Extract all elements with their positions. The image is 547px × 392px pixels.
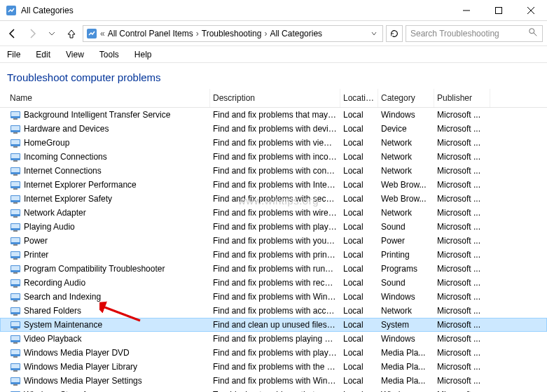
- col-description[interactable]: Description: [210, 89, 340, 107]
- list-item[interactable]: Hardware and DevicesFind and fix problem…: [0, 122, 547, 136]
- breadcrumb-segment[interactable]: All Control Panel Items: [108, 29, 193, 38]
- recent-dropdown[interactable]: [43, 25, 60, 42]
- list-item[interactable]: Internet Explorer SafetyFind and fix pro…: [0, 192, 547, 206]
- svg-rect-61: [13, 356, 18, 358]
- list-item[interactable]: Background Intelligent Transfer ServiceF…: [0, 108, 547, 122]
- list-item[interactable]: Shared FoldersFind and fix problems with…: [0, 304, 547, 318]
- item-location: Local: [340, 222, 378, 232]
- item-name: Printer: [24, 250, 48, 260]
- chevron-icon: ›: [196, 29, 199, 38]
- item-publisher: Microsoft ...: [434, 138, 490, 148]
- item-location: Local: [340, 320, 378, 330]
- svg-rect-34: [13, 230, 18, 232]
- item-publisher: Microsoft ...: [434, 348, 490, 358]
- item-description: Find and fix problems that may p...: [210, 110, 340, 120]
- item-category: Network: [378, 208, 434, 218]
- breadcrumb-segment[interactable]: Troubleshooting: [202, 29, 262, 38]
- close-button[interactable]: [515, 0, 547, 21]
- list-item[interactable]: Windows Media Player LibraryFind and fix…: [0, 360, 547, 374]
- svg-rect-19: [13, 160, 18, 162]
- item-name: Search and Indexing: [24, 292, 101, 302]
- breadcrumb-dropdown[interactable]: [368, 29, 380, 38]
- search-input[interactable]: Search Troubleshooting: [406, 25, 543, 42]
- col-name[interactable]: Name: [7, 89, 210, 107]
- list-item[interactable]: HomeGroupFind and fix problems with view…: [0, 136, 547, 150]
- item-category: Programs: [378, 264, 434, 274]
- item-name: Windows Media Player DVD: [24, 348, 130, 358]
- item-name: Program Compatibility Troubleshooter: [24, 264, 165, 274]
- item-location: Local: [340, 124, 378, 134]
- col-location[interactable]: Location: [340, 89, 378, 107]
- svg-rect-39: [11, 252, 20, 256]
- refresh-button[interactable]: [386, 25, 403, 42]
- list-item[interactable]: Windows Store AppsTroubleshoot problems …: [0, 388, 547, 392]
- menu-tools[interactable]: Tools: [97, 48, 122, 61]
- svg-rect-12: [11, 126, 20, 130]
- up-button[interactable]: [63, 25, 80, 42]
- list-item[interactable]: Network AdapterFind and fix problems wit…: [0, 206, 547, 220]
- item-publisher: Microsoft ...: [434, 180, 490, 190]
- menu-edit[interactable]: Edit: [33, 48, 53, 61]
- list-item[interactable]: Incoming ConnectionsFind and fix problem…: [0, 150, 547, 164]
- forward-button[interactable]: [24, 25, 41, 42]
- list-item[interactable]: PrinterFind and fix problems with printi…: [0, 248, 547, 262]
- item-location: Local: [340, 292, 378, 302]
- breadcrumb-segment[interactable]: All Categories: [270, 29, 322, 38]
- svg-line-7: [534, 33, 536, 36]
- list-item[interactable]: Program Compatibility TroubleshooterFind…: [0, 262, 547, 276]
- item-publisher: Microsoft ...: [434, 124, 490, 134]
- item-description: Find and fix problems with access...: [210, 306, 340, 316]
- item-location: Local: [340, 348, 378, 358]
- svg-rect-25: [13, 188, 18, 190]
- troubleshooter-icon: [10, 221, 21, 232]
- breadcrumb[interactable]: « All Control Panel Items › Troubleshoot…: [83, 25, 383, 42]
- list-item[interactable]: Windows Media Player DVDFind and fix pro…: [0, 346, 547, 360]
- column-headers: Name Description Location Category Publi…: [0, 89, 547, 108]
- list-item[interactable]: Windows Media Player SettingsFind and fi…: [0, 374, 547, 388]
- troubleshooter-list: Background Intelligent Transfer ServiceF…: [0, 108, 547, 392]
- svg-rect-60: [11, 350, 20, 354]
- svg-rect-55: [13, 328, 18, 330]
- svg-rect-15: [11, 140, 20, 144]
- svg-rect-64: [13, 370, 18, 372]
- svg-rect-21: [11, 168, 20, 172]
- troubleshooter-icon: [10, 389, 21, 392]
- svg-rect-49: [13, 300, 18, 302]
- app-icon: [6, 5, 17, 16]
- list-item[interactable]: Video PlaybackFind and fix problems play…: [0, 332, 547, 346]
- item-description: Find and fix problems with Wind...: [210, 292, 340, 302]
- list-item[interactable]: System MaintenanceFind and clean up unus…: [0, 318, 547, 332]
- item-category: Media Pla...: [378, 348, 434, 358]
- item-location: Local: [340, 180, 378, 190]
- list-item[interactable]: Internet ConnectionsFind and fix problem…: [0, 164, 547, 178]
- svg-rect-63: [11, 364, 20, 368]
- troubleshooter-icon: [10, 193, 21, 204]
- minimize-button[interactable]: [450, 0, 483, 21]
- col-publisher[interactable]: Publisher: [434, 89, 490, 107]
- svg-rect-2: [496, 7, 502, 13]
- item-description: Find and fix problems with viewin...: [210, 138, 340, 148]
- list-item[interactable]: Recording AudioFind and fix problems wit…: [0, 276, 547, 290]
- item-location: Local: [340, 362, 378, 372]
- troubleshooter-icon: [10, 361, 21, 372]
- svg-rect-28: [13, 202, 18, 204]
- item-publisher: Microsoft ...: [434, 194, 490, 204]
- menu-view[interactable]: View: [63, 48, 87, 61]
- col-category[interactable]: Category: [378, 89, 434, 107]
- menu-help[interactable]: Help: [132, 48, 155, 61]
- item-category: Windows: [378, 292, 434, 302]
- item-location: Local: [340, 110, 378, 120]
- list-item[interactable]: Search and IndexingFind and fix problems…: [0, 290, 547, 304]
- list-item[interactable]: Internet Explorer PerformanceFind and fi…: [0, 178, 547, 192]
- item-name: Video Playback: [24, 334, 82, 344]
- item-name: Hardware and Devices: [24, 124, 109, 134]
- item-location: Local: [340, 306, 378, 316]
- item-name: Windows Media Player Library: [24, 362, 137, 372]
- menu-file[interactable]: File: [4, 48, 23, 61]
- list-item[interactable]: Playing AudioFind and fix problems with …: [0, 220, 547, 234]
- svg-rect-48: [11, 294, 20, 298]
- maximize-button[interactable]: [483, 0, 515, 21]
- back-button[interactable]: [4, 25, 21, 42]
- troubleshooter-icon: [10, 123, 21, 134]
- list-item[interactable]: PowerFind and fix problems with your c..…: [0, 234, 547, 248]
